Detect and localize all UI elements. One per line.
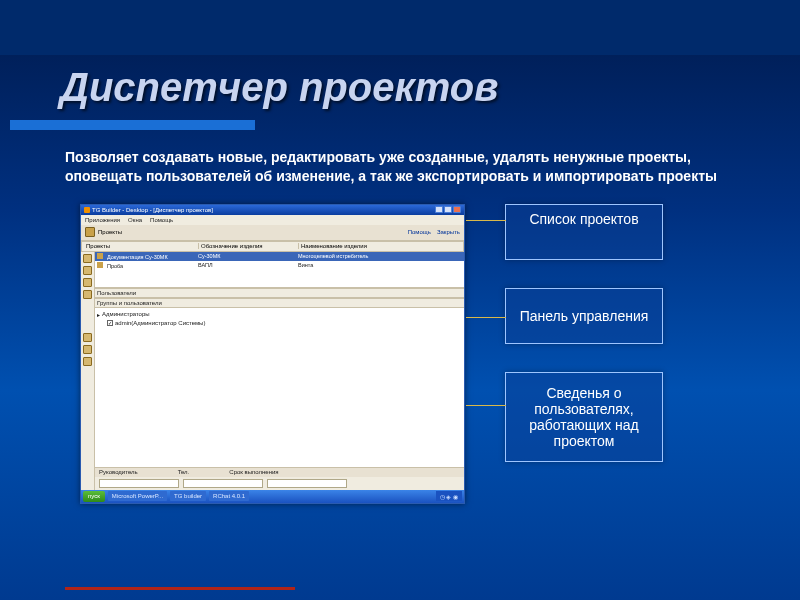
taskbar-item[interactable]: Microsoft PowerP... [108,491,167,501]
main-content: Документация Су-30МК Су-30МК Многоцелево… [95,252,464,490]
toolbar-label: Проекты [98,229,122,235]
footer-red-line [65,587,295,590]
tel-input[interactable] [183,479,263,488]
project-product: Винта [296,262,464,268]
projects-list: Документация Су-30МК Су-30МК Многоцелево… [95,252,464,288]
project-name: Документация Су-30МК [105,254,168,260]
form-label-tel: Тел. [178,469,190,475]
slide-top-bar [0,0,800,55]
project-product: Многоцелевой истребитель [296,253,464,259]
project-row[interactable]: Документация Су-30МК Су-30МК Многоцелево… [95,252,464,261]
users-groups-header: Группы и пользователи [95,298,464,308]
project-code: ВАПЛ [196,262,296,268]
app-icon [84,207,90,213]
deadline-input[interactable] [267,479,347,488]
callout-projects-list: Список проектов [505,204,663,260]
form-inputs [95,477,464,490]
user-name: admin(Администратор Системы) [115,320,205,326]
leader-input[interactable] [99,479,179,488]
projects-columns-header: Проекты Обозначение изделия Наименование… [81,241,464,252]
close-button[interactable] [453,206,461,213]
maximize-button[interactable] [444,206,452,213]
panel-icon[interactable] [83,278,92,287]
accent-strip [10,120,255,130]
users-list: ▸Администраторы admin(Администратор Сист… [95,308,464,343]
start-label: пуск [88,493,100,499]
panel-icon[interactable] [83,345,92,354]
col-code[interactable]: Обозначение изделия [199,243,299,249]
system-tray[interactable]: ◷ ◈ ◉ [436,491,462,501]
blank-area [95,343,464,467]
panel-icon[interactable] [83,254,92,263]
toolbar-left: Проекты [85,227,122,237]
form-header: Руководитель Тел. Срок выполнения [95,467,464,477]
taskbar-item[interactable]: TG builder [170,491,206,501]
panel-icon[interactable] [83,333,92,342]
slide-title-area: Диспетчер проектов [0,55,800,110]
project-row[interactable]: Проба ВАПЛ Винта [95,261,464,270]
menu-help[interactable]: Помощь [150,217,173,223]
project-icon [97,253,103,259]
window-title-text: TG Builder - Desktop - [Диспетчер проект… [92,207,213,213]
project-name: Проба [105,263,123,269]
window-title-left: TG Builder - Desktop - [Диспетчер проект… [84,207,213,213]
callout-users-info: Сведенья о пользователях, работающих над… [505,372,663,462]
start-button[interactable]: пуск [83,491,105,502]
minimize-button[interactable] [435,206,443,213]
panel-icon[interactable] [83,357,92,366]
user-group-row[interactable]: ▸Администраторы [97,310,464,319]
user-group-label: Администраторы [102,311,150,317]
menu-apps[interactable]: Приложения [85,217,120,223]
panel-icon[interactable] [83,290,92,299]
callouts-column: Список проектов Панель управления Сведен… [505,204,663,462]
callout-connector [466,405,506,406]
control-panel-sidebar [81,252,95,490]
toolbar-right: Помощь Закрыть [408,229,460,235]
user-row[interactable]: admin(Администратор Системы) [97,319,464,328]
app-screenshot: TG Builder - Desktop - [Диспетчер проект… [80,204,465,504]
body-grid: Документация Су-30МК Су-30МК Многоцелево… [81,252,464,490]
windows-taskbar: пуск Microsoft PowerP... TG builder RCha… [81,490,464,503]
toolbar-help-link[interactable]: Помощь [408,229,431,235]
menu-windows[interactable]: Окна [128,217,142,223]
toolbar-icon[interactable] [85,227,95,237]
window-titlebar: TG Builder - Desktop - [Диспетчер проект… [81,205,464,215]
user-checkbox[interactable] [107,320,113,326]
slide-title: Диспетчер проектов [60,65,800,110]
col-product[interactable]: Наименование изделия [299,243,461,249]
project-icon [97,262,103,268]
callout-connector [466,317,506,318]
col-projects[interactable]: Проекты [84,243,199,249]
slide-description: Позволяет создавать новые, редактировать… [65,148,735,186]
project-code: Су-30МК [196,253,296,259]
toolbar-close-link[interactable]: Закрыть [437,229,460,235]
toolbar: Проекты Помощь Закрыть [81,225,464,241]
menu-bar: Приложения Окна Помощь [81,215,464,225]
callout-control-panel: Панель управления [505,288,663,344]
form-label-leader: Руководитель [99,469,138,475]
taskbar-item[interactable]: RChat 4.0.1 [209,491,249,501]
window-buttons [435,206,461,213]
panel-icon[interactable] [83,266,92,275]
users-section-header: Пользователи [95,288,464,298]
callout-connector [466,220,506,221]
form-label-deadline: Срок выполнения [229,469,278,475]
